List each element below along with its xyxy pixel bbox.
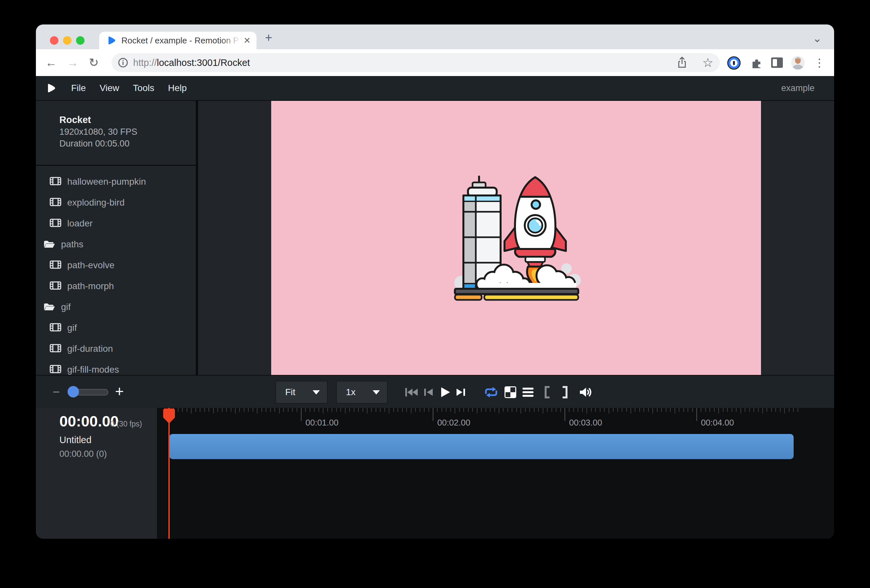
- ruler-tick: [696, 408, 697, 421]
- timeline-zoom-out-button[interactable]: −: [49, 385, 63, 399]
- ruler-tick: [424, 408, 425, 412]
- ruler-tick: [327, 408, 328, 412]
- back-button[interactable]: ←: [43, 49, 60, 76]
- menu-item-tools[interactable]: Tools: [133, 83, 154, 93]
- browser-menu-kebab-icon[interactable]: ⋮: [814, 55, 824, 71]
- sidebar-item-path-evolve[interactable]: path-evolve: [36, 255, 196, 276]
- tab-overview-chevron-icon[interactable]: ⌄: [813, 32, 822, 45]
- sidebar-resize-handle[interactable]: [196, 101, 198, 375]
- ruler-tick: [406, 408, 407, 412]
- forward-button[interactable]: →: [65, 49, 81, 76]
- previous-frame-button[interactable]: [420, 375, 436, 409]
- ruler-tick: [613, 408, 614, 412]
- ruler-tick: [797, 408, 798, 412]
- playhead-line[interactable]: [168, 408, 170, 539]
- loop-toggle-button[interactable]: [483, 375, 499, 409]
- timeline-track-bar[interactable]: [169, 434, 794, 459]
- ruler-tick: [477, 408, 477, 414]
- sidebar-item-gif[interactable]: gif: [36, 296, 196, 317]
- ruler-tick: [472, 408, 473, 412]
- ruler-tick: [459, 408, 460, 412]
- ruler-tick: [754, 408, 754, 412]
- sidebar-item-halloween-pumpkin[interactable]: halloween-pumpkin: [36, 171, 196, 192]
- ruler-tick: [226, 408, 227, 412]
- ruler-tick: [367, 408, 368, 414]
- timeline-left-panel: 00:00.00 0 (30 fps) Untitled 00:00.00 (0…: [36, 408, 157, 539]
- sidebar-item-label: exploding-bird: [67, 197, 125, 208]
- sidebar-item-paths[interactable]: paths: [36, 234, 196, 255]
- playhead-handle[interactable]: [163, 409, 175, 424]
- ruler-tick: [551, 408, 552, 412]
- sidebar-item-gif[interactable]: gif: [36, 317, 196, 338]
- timeline-menu-button[interactable]: [520, 375, 536, 409]
- ruler-tick: [630, 408, 631, 414]
- close-tab-icon[interactable]: ✕: [243, 36, 250, 46]
- side-panel-icon[interactable]: [771, 57, 783, 68]
- track-timecode: 00:00.00 (0): [60, 449, 107, 459]
- ruler-tick: [323, 408, 323, 414]
- share-icon[interactable]: [676, 56, 688, 69]
- traffic-light-zoom[interactable]: [76, 36, 85, 45]
- set-in-point-button[interactable]: [539, 375, 555, 409]
- transparency-toggle-button[interactable]: [502, 375, 518, 409]
- set-out-point-button[interactable]: [557, 375, 573, 409]
- new-tab-button[interactable]: +: [262, 31, 275, 44]
- menu-item-view[interactable]: View: [100, 83, 119, 93]
- volume-button[interactable]: [578, 375, 594, 409]
- ruler-tick: [793, 408, 794, 412]
- ruler-tick: [218, 408, 218, 412]
- sidebar-item-path-morph[interactable]: path-morph: [36, 276, 196, 296]
- sidebar-item-gif-fill-modes[interactable]: gif-fill-modes: [36, 359, 196, 375]
- ruler-tick: [380, 408, 380, 412]
- ruler-tick: [661, 408, 662, 412]
- size-select[interactable]: Fit: [276, 381, 328, 403]
- profile-avatar[interactable]: [791, 55, 805, 70]
- play-button[interactable]: [437, 375, 453, 409]
- loop-icon: [484, 386, 499, 398]
- ruler-tick: [429, 408, 429, 412]
- timeline-zoom-in-button[interactable]: +: [112, 384, 127, 398]
- ruler-tick: [213, 408, 214, 414]
- traffic-light-close[interactable]: [50, 36, 58, 45]
- traffic-light-minimize[interactable]: [63, 36, 72, 45]
- ruler-tick: [758, 408, 759, 412]
- film-icon: [50, 323, 61, 333]
- in-point-bracket-icon: [545, 386, 550, 398]
- next-frame-button[interactable]: [453, 375, 469, 409]
- sidebar-item-exploding-bird[interactable]: exploding-bird: [36, 192, 196, 213]
- sidebar-item-gif-duration[interactable]: gif-duration: [36, 338, 196, 359]
- extensions-puzzle-icon[interactable]: [750, 57, 763, 70]
- ruler-tick: [652, 408, 653, 414]
- onepassword-extension-icon[interactable]: [727, 56, 741, 70]
- ruler-tick: [340, 408, 341, 412]
- ruler-tick: [415, 408, 416, 412]
- ruler-tick: [358, 408, 359, 412]
- ruler-tick: [389, 408, 389, 414]
- jump-to-start-button[interactable]: [403, 375, 420, 409]
- ruler-tick: [767, 408, 767, 412]
- bookmark-star-icon[interactable]: ☆: [702, 55, 714, 70]
- sidebar-item-loader[interactable]: loader: [36, 213, 196, 234]
- player-toolbar: − + Fit 1x: [36, 375, 834, 408]
- ruler-tick: [437, 408, 438, 412]
- ruler-tick: [371, 408, 372, 412]
- timeline-zoom-slider-knob[interactable]: [67, 386, 79, 397]
- menu-item-file[interactable]: File: [71, 83, 86, 93]
- menu-item-help[interactable]: Help: [168, 83, 187, 93]
- timeline-panel[interactable]: 00:01.0000:02.0000:03.0000:04.00 00:00.0…: [36, 408, 834, 539]
- playback-rate-select[interactable]: 1x: [336, 381, 388, 403]
- ruler-tick: [780, 408, 781, 412]
- ruler-tick: [626, 408, 627, 412]
- browser-tab[interactable]: Rocket / example - Remotion P ✕: [99, 32, 256, 49]
- site-info-icon[interactable]: [118, 57, 128, 68]
- ruler-tick: [310, 408, 310, 412]
- ruler-tick: [503, 408, 504, 412]
- ruler-tick: [182, 408, 183, 412]
- remotion-logo-icon[interactable]: [46, 83, 56, 93]
- ruler-tick: [375, 408, 376, 412]
- ruler-tick: [789, 408, 790, 412]
- address-bar[interactable]: http://localhost:3001/Rocket ☆: [112, 53, 720, 72]
- reload-button[interactable]: ↻: [85, 49, 102, 76]
- tab-strip: Rocket / example - Remotion P ✕ + ⌄: [36, 24, 834, 49]
- browser-window: Rocket / example - Remotion P ✕ + ⌄ ← → …: [36, 24, 834, 539]
